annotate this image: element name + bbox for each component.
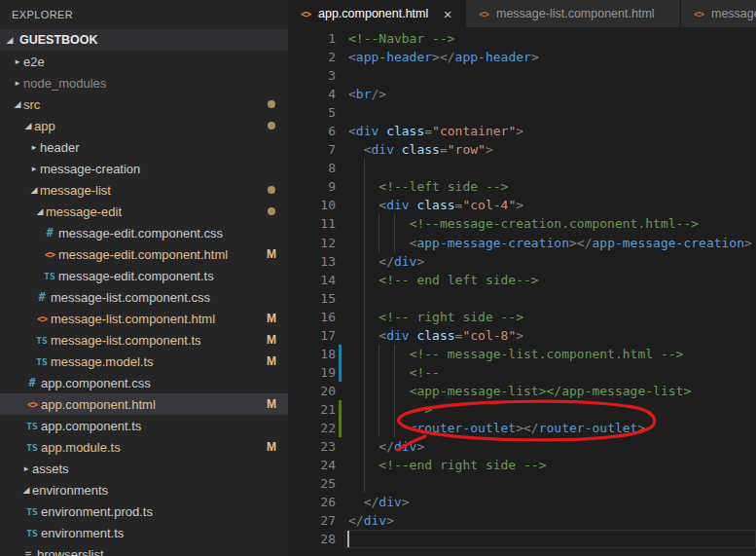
ts-file-icon: TS: [23, 506, 41, 517]
tree-item-environment.ts[interactable]: TSenvironment.ts: [0, 522, 288, 543]
indent-guide: [364, 159, 365, 177]
code-line-12[interactable]: 12 <app-message-creation></app-message-c…: [288, 234, 756, 252]
html-file-icon: <>: [33, 314, 51, 324]
code-token: app-message-creation: [416, 236, 569, 250]
code-line-4[interactable]: 4<br/>: [288, 85, 756, 103]
code-line-2[interactable]: 2<app-header></app-header>: [288, 48, 756, 66]
section-header-guestbook[interactable]: ◢ GUESTBOOK: [0, 29, 288, 51]
tree-item-message-edit.component.html[interactable]: <>message-edit.component.htmlM: [0, 243, 288, 265]
code-token: <!--Navbar -->: [348, 31, 455, 46]
code-line-7[interactable]: 7 <div class="row">: [288, 140, 756, 159]
tree-item-message-edit[interactable]: ◢message-edit: [0, 201, 288, 222]
git-modified-badge: M: [267, 247, 276, 261]
code-line-20[interactable]: 20 <app-message-list></app-message-list>: [288, 382, 756, 400]
indent-guide: [394, 214, 395, 233]
tree-item-src[interactable]: ◢src: [0, 93, 288, 115]
tree-item-environment.prod.ts[interactable]: TSenvironment.prod.ts: [0, 500, 288, 522]
code-line-8[interactable]: 8: [288, 159, 756, 177]
code-line-23[interactable]: 23 </div>: [288, 437, 756, 456]
tree-item-message-list.component.html[interactable]: <>message-list.component.htmlM: [0, 308, 288, 329]
code-token: div: [386, 198, 409, 212]
code-line-19[interactable]: 19 <!--: [288, 363, 756, 382]
code-token: <!--end right side -->: [378, 458, 546, 472]
tree-item-app.component.html[interactable]: <>app.component.htmlM: [0, 393, 288, 415]
folder-collapsed-icon: ▸: [28, 142, 40, 152]
tree-item-message-creation[interactable]: ▸message-creation: [0, 158, 288, 179]
item-label: node_modules: [23, 76, 106, 91]
tree-item-message-list[interactable]: ◢message-list: [0, 179, 288, 201]
tree-item-message-edit.component.ts[interactable]: TSmessage-edit.component.ts: [0, 265, 288, 286]
line-number: 10: [288, 196, 336, 214]
code-token: app-header: [455, 50, 531, 64]
code-line-10[interactable]: 10 <div class="col-4">: [288, 196, 756, 214]
tree-item-app[interactable]: ◢app: [0, 115, 288, 136]
indent-guide: [378, 419, 379, 437]
code-token: <: [348, 50, 356, 64]
explorer-sidebar: EXPLORER ◢ GUESTBOOK ▸e2e▸node_modules◢s…: [0, 0, 288, 556]
code-line-28[interactable]: 28: [288, 530, 756, 548]
tab-message-list.component.html[interactable]: <>message-list.component.html: [466, 0, 681, 27]
line-number: 13: [288, 252, 336, 271]
tree-item-browserslist[interactable]: ≡browserslist: [0, 543, 288, 556]
code-line-1[interactable]: 1<!--Navbar -->: [288, 29, 756, 48]
close-icon[interactable]: ×: [440, 7, 455, 21]
code-line-26[interactable]: 26 </div>: [288, 493, 756, 511]
code-editor[interactable]: 1<!--Navbar -->2<app-header></app-header…: [288, 27, 756, 556]
tree-item-header[interactable]: ▸header: [0, 136, 288, 158]
code-line-14[interactable]: 14 <!-- end left side-->: [288, 271, 756, 289]
tree-item-node_modules[interactable]: ▸node_modules: [0, 72, 288, 93]
line-number: 15: [288, 289, 336, 308]
line-number: 19: [288, 363, 336, 382]
tab-message-edit.component.html[interactable]: <>message-edit.component.html: [681, 0, 756, 27]
folder-collapsed-icon: ▸: [12, 78, 23, 88]
code-line-5[interactable]: 5: [288, 103, 756, 122]
tree-item-message-edit.component.css[interactable]: #message-edit.component.css: [0, 222, 288, 243]
code-token: [348, 142, 364, 157]
css-file-icon: #: [23, 376, 41, 389]
folder-expanded-icon: ◢: [12, 99, 23, 109]
code-line-21[interactable]: 21 -->: [288, 400, 756, 419]
indent-guide: [364, 474, 365, 493]
code-line-17[interactable]: 17 <div class="col-8">: [288, 326, 756, 345]
item-label: src: [23, 97, 40, 112]
code-line-6[interactable]: 6<div class="container">: [288, 122, 756, 140]
indent-guide: [378, 363, 379, 382]
code-line-11[interactable]: 11 <!--message-creation.component.html--…: [288, 214, 756, 233]
tree-item-assets[interactable]: ▸assets: [0, 458, 288, 479]
code-line-18[interactable]: 18 <!-- message-list.component.html -->: [288, 345, 756, 363]
code-line-22[interactable]: 22 <router-outlet></router-outlet>: [288, 419, 756, 437]
tree-item-message.model.ts[interactable]: TSmessage.model.tsM: [0, 351, 288, 372]
ts-file-icon: TS: [23, 421, 41, 431]
code-line-25[interactable]: 25: [288, 474, 756, 493]
indent-guide: [394, 345, 395, 363]
indent-guide: [378, 234, 379, 252]
code-token: >: [516, 124, 523, 138]
code-token: >: [516, 328, 523, 343]
tree-item-e2e[interactable]: ▸e2e: [0, 51, 288, 72]
code-token: ></: [432, 50, 454, 64]
code-token: class: [402, 142, 440, 157]
code-token: div: [394, 439, 416, 454]
item-label: message-edit.component.html: [58, 247, 228, 262]
code-line-9[interactable]: 9 <!--left side -->: [288, 177, 756, 196]
item-label: environment.ts: [41, 526, 124, 540]
code-line-13[interactable]: 13 </div>: [288, 252, 756, 271]
tree-item-app.component.css[interactable]: #app.component.css: [0, 372, 288, 393]
code-line-15[interactable]: 15: [288, 289, 756, 308]
code-line-27[interactable]: 27</div>: [288, 511, 756, 530]
code-line-16[interactable]: 16 <!-- right side -->: [288, 308, 756, 326]
current-line-highlight: [344, 530, 756, 548]
code-line-3[interactable]: 3: [288, 66, 756, 85]
indent-guide: [364, 400, 365, 419]
line-number: 21: [288, 400, 336, 419]
tree-item-app.module.ts[interactable]: TSapp.module.tsM: [0, 436, 288, 458]
tree-item-message-list.component.ts[interactable]: TSmessage-list.component.tsM: [0, 329, 288, 351]
git-gutter-modified: [339, 363, 342, 382]
code-token: br: [356, 87, 372, 101]
indent-guide: [394, 400, 395, 419]
code-line-24[interactable]: 24 <!--end right side -->: [288, 456, 756, 474]
tab-app.component.html[interactable]: <>app.component.html×: [288, 0, 466, 27]
tree-item-message-list.component.css[interactable]: #message-list.component.css: [0, 286, 288, 308]
tree-item-app.component.ts[interactable]: TSapp.component.ts: [0, 415, 288, 436]
tree-item-environments[interactable]: ◢environments: [0, 479, 288, 500]
